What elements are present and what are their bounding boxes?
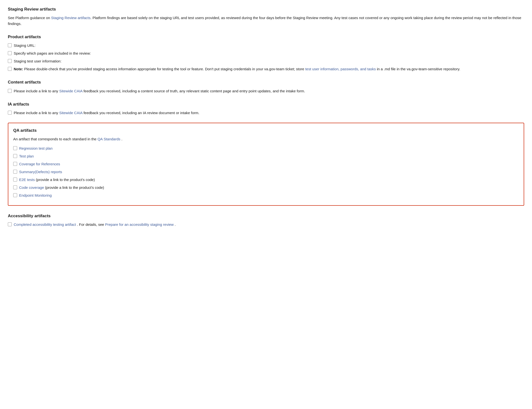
accessibility-artifacts-list: Completed accessibility testing artifact…: [8, 222, 524, 228]
ia-link-text: Please include a link to any Sitewide CA…: [14, 110, 199, 116]
product-artifacts-section: Product artifacts Staging URL: Specify w…: [8, 34, 524, 72]
endpoint-monitoring-link[interactable]: Endpoint Monitoring: [19, 193, 52, 197]
list-item: Regression test plan: [13, 145, 519, 151]
ia-artifacts-section: IA artifacts Please include a link to an…: [8, 101, 524, 116]
accessibility-testing-link[interactable]: Completed accessibility testing artifact: [14, 222, 76, 227]
test-plan-text: Test plan: [19, 153, 34, 159]
list-item: Specify which pages are included in the …: [8, 50, 524, 56]
list-item: E2E tests (provide a link to the product…: [13, 177, 519, 183]
content-link-checkbox[interactable]: [8, 89, 12, 93]
coverage-references-text: Coverage for References: [19, 161, 60, 167]
qa-intro-text: An artifact that corresponds to each sta…: [13, 136, 519, 142]
summary-defects-checkbox[interactable]: [13, 170, 17, 174]
note-bold: Note:: [14, 67, 23, 71]
regression-test-plan-checkbox[interactable]: [13, 146, 17, 150]
content-link-text: Please include a link to any Sitewide CA…: [14, 88, 305, 94]
test-user-link[interactable]: test user information, passwords, and ta…: [305, 67, 376, 71]
note-after: in a .md file in the va.gov-team-sensiti…: [377, 67, 460, 71]
list-item: Please include a link to any Sitewide CA…: [8, 88, 524, 94]
pages-included-checkbox[interactable]: [8, 51, 12, 55]
content-pre-text: Please include a link to any: [14, 89, 59, 93]
staging-review-intro: See Platform guidance on Staging Review …: [8, 15, 524, 27]
accessibility-testing-text: Completed accessibility testing artifact…: [14, 222, 176, 228]
staging-review-link[interactable]: Staging Review artifacts: [51, 16, 91, 20]
list-item: Code coverage (provide a link to the pro…: [13, 185, 519, 191]
pages-included-label: Specify which pages are included in the …: [14, 50, 91, 56]
staging-url-checkbox[interactable]: [8, 43, 12, 47]
test-user-label: Staging test user information:: [14, 58, 61, 64]
accessibility-post-text: .: [175, 222, 176, 227]
qa-artifacts-section: QA artifacts An artifact that correspond…: [8, 123, 524, 206]
ia-post-text: feedback you received, including an IA r…: [83, 111, 199, 115]
product-artifacts-title: Product artifacts: [8, 34, 524, 40]
note-text: Note: Please double-check that you've pr…: [14, 66, 460, 72]
list-item: Coverage for References: [13, 161, 519, 167]
ia-artifacts-list: Please include a link to any Sitewide CA…: [8, 110, 524, 116]
test-plan-link[interactable]: Test plan: [19, 154, 34, 158]
list-item: Endpoint Monitoring: [13, 192, 519, 198]
note-rest: Please double-check that you've provided…: [24, 67, 305, 71]
qa-artifacts-title: QA artifacts: [13, 127, 519, 134]
summary-defects-link[interactable]: Summary(Defects) reports: [19, 170, 62, 174]
regression-test-plan-text: Regression test plan: [19, 145, 53, 151]
list-item: Completed accessibility testing artifact…: [8, 222, 524, 228]
staging-url-label: Staging URL:: [14, 43, 35, 48]
e2e-tests-link[interactable]: E2E tests: [19, 178, 35, 182]
ia-link-checkbox[interactable]: [8, 111, 12, 115]
list-item: Staging URL:: [8, 43, 524, 48]
test-user-checkbox[interactable]: [8, 59, 12, 63]
staging-review-section: Staging Review artifacts See Platform gu…: [8, 6, 524, 27]
content-artifacts-section: Content artifacts Please include a link …: [8, 79, 524, 94]
list-item: Test plan: [13, 153, 519, 159]
staging-review-intro-text: See Platform guidance on: [8, 16, 51, 20]
accessibility-staging-review-link[interactable]: Prepare for an accessibility staging rev…: [105, 222, 174, 227]
sitewide-caia-link-content[interactable]: Sitewide CAIA: [59, 89, 82, 93]
accessibility-artifacts-title: Accessibility artifacts: [8, 213, 524, 219]
qa-intro-post: .: [121, 137, 122, 141]
accessibility-middle-text: . For details, see: [77, 222, 105, 227]
list-item: Staging test user information:: [8, 58, 524, 64]
coverage-references-checkbox[interactable]: [13, 162, 17, 166]
regression-test-plan-link[interactable]: Regression test plan: [19, 146, 53, 150]
list-item: Summary(Defects) reports: [13, 169, 519, 175]
ia-pre-text: Please include a link to any: [14, 111, 59, 115]
test-plan-checkbox[interactable]: [13, 154, 17, 158]
qa-intro-pre: An artifact that corresponds to each sta…: [13, 137, 97, 141]
code-coverage-text: Code coverage (provide a link to the pro…: [19, 185, 104, 191]
ia-artifacts-title: IA artifacts: [8, 101, 524, 108]
sitewide-caia-link-ia[interactable]: Sitewide CAIA: [59, 111, 82, 115]
summary-defects-text: Summary(Defects) reports: [19, 169, 62, 175]
code-coverage-post-text: (provide a link to the product's code): [45, 185, 104, 190]
content-artifacts-title: Content artifacts: [8, 79, 524, 85]
e2e-tests-text: E2E tests (provide a link to the product…: [19, 177, 95, 183]
e2e-post-text: (provide a link to the product's code): [36, 178, 95, 182]
endpoint-monitoring-text: Endpoint Monitoring: [19, 192, 52, 198]
list-item: Please include a link to any Sitewide CA…: [8, 110, 524, 116]
coverage-references-link[interactable]: Coverage for References: [19, 162, 60, 166]
content-artifacts-list: Please include a link to any Sitewide CA…: [8, 88, 524, 94]
qa-artifacts-list: Regression test plan Test plan Coverage …: [13, 145, 519, 198]
endpoint-monitoring-checkbox[interactable]: [13, 193, 17, 197]
staging-review-title: Staging Review artifacts: [8, 6, 524, 12]
e2e-tests-checkbox[interactable]: [13, 178, 17, 181]
content-post-text: feedback you received, including a conte…: [83, 89, 305, 93]
list-item: Note: Please double-check that you've pr…: [8, 66, 524, 72]
qa-standards-link[interactable]: QA Standards: [97, 137, 120, 141]
code-coverage-checkbox[interactable]: [13, 185, 17, 189]
accessibility-testing-checkbox[interactable]: [8, 222, 12, 226]
code-coverage-link[interactable]: Code coverage: [19, 185, 44, 190]
product-artifacts-list: Staging URL: Specify which pages are inc…: [8, 43, 524, 72]
note-checkbox[interactable]: [8, 67, 12, 71]
accessibility-artifacts-section: Accessibility artifacts Completed access…: [8, 213, 524, 228]
